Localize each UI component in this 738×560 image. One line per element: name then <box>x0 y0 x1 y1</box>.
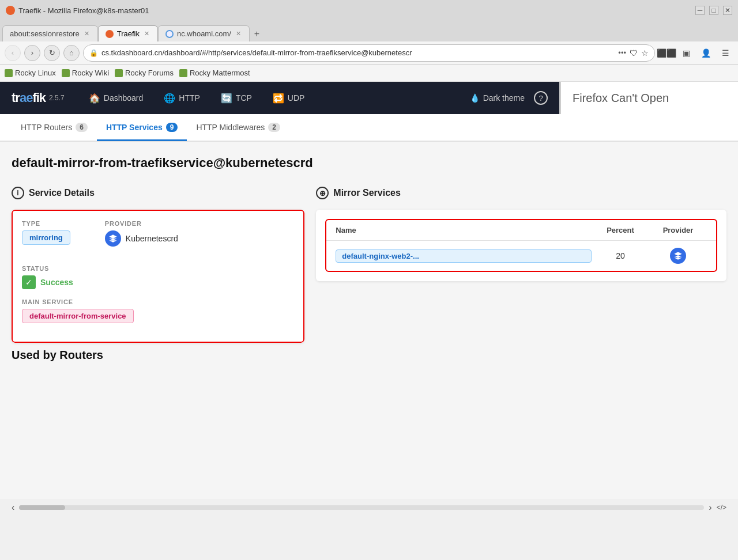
tab-session[interactable]: about:sessionrestore ✕ <box>2 25 98 41</box>
nav-label: TCP <box>236 93 252 103</box>
page-title: default-mirror-from-traefikservice@kuber… <box>12 156 726 171</box>
mirror-services-title: Mirror Services <box>333 188 401 198</box>
title-bar: Traefik - Mozilla Firefox@k8s-master01 ─… <box>0 0 738 21</box>
theme-icon: 💧 <box>470 93 480 103</box>
status-row: ✓ Success <box>22 275 294 289</box>
mirror-table: Name Percent Provider default-nginx-web2… <box>325 219 717 272</box>
new-tab-button[interactable]: + <box>250 27 264 41</box>
scroll-left[interactable]: ‹ <box>12 502 14 513</box>
nav-http[interactable]: 🌐 HTTP <box>153 82 210 114</box>
nav-label: HTTP <box>179 93 200 103</box>
status-label: STATUS <box>22 265 294 272</box>
col-percent: Percent <box>592 226 649 234</box>
provider-row: Kubernetescrd <box>105 230 178 247</box>
traefik-version: 2.5.7 <box>49 94 65 102</box>
udp-icon: 🔁 <box>273 93 284 104</box>
browser-favicon <box>6 6 15 15</box>
bookmark-label: Rocky Mattermost <box>190 69 250 77</box>
status-success-icon: ✓ <box>22 275 36 289</box>
bookmarks-bar: Rocky Linux Rocky Wiki Rocky Forums Rock… <box>0 65 738 82</box>
provider-label: PROVIDER <box>105 220 178 227</box>
lock-icon: 🔒 <box>89 49 98 57</box>
nav-label: Dashboard <box>104 93 144 103</box>
account-icon[interactable]: 👤 <box>698 45 714 61</box>
bookmark-label: Rocky Wiki <box>72 69 109 77</box>
mirror-services-header: ⊕ Mirror Services <box>316 187 726 199</box>
tab-traefik[interactable]: Traefik ✕ <box>98 25 158 41</box>
dark-theme-button[interactable]: 💧 Dark theme <box>470 93 525 103</box>
tabs-bar: about:sessionrestore ✕ Traefik ✕ nc.whoa… <box>0 21 738 41</box>
firefox-error-panel: Firefox Can't Open <box>559 82 738 114</box>
status-value: Success <box>40 278 73 287</box>
url-bar[interactable]: 🔒 cs.tkdashboard.cn/dashboard/#/http/ser… <box>83 44 655 62</box>
url-text: cs.tkdashboard.cn/dashboard/#/http/servi… <box>101 48 615 57</box>
main-service-label: MAIN SERVICE <box>22 298 294 305</box>
bookmark-rocky-wiki[interactable]: Rocky Wiki <box>62 69 109 77</box>
traefik-logo: traefik <box>12 90 46 105</box>
sub-nav-routers[interactable]: HTTP Routers 6 <box>12 115 97 141</box>
mirror-table-row: default-nginx-web2-... 20 <box>326 241 716 271</box>
tcp-icon: 🔄 <box>221 93 232 104</box>
bookmark-label: Rocky Forums <box>125 69 174 77</box>
bookmark-rocky-forums[interactable]: Rocky Forums <box>115 69 174 77</box>
sub-nav-middlewares[interactable]: HTTP Middlewares 2 <box>187 115 289 141</box>
tabs-icon[interactable]: ▣ <box>678 45 694 61</box>
close-button[interactable]: ✕ <box>723 6 732 15</box>
home-icon: 🏠 <box>89 93 100 104</box>
scroll-thumb <box>19 505 65 510</box>
tab-close[interactable]: ✕ <box>83 30 91 37</box>
bookmark-rocky-linux[interactable]: Rocky Linux <box>5 69 56 77</box>
col-name: Name <box>336 226 592 234</box>
sub-nav-label: HTTP Services <box>106 123 163 132</box>
tab-favicon <box>165 30 174 38</box>
tab-favicon <box>106 30 114 38</box>
bookmark-icon <box>179 69 187 77</box>
nav-tcp[interactable]: 🔄 TCP <box>210 82 262 114</box>
provider-name: Kubernetescrd <box>126 234 178 243</box>
menu-icon[interactable]: ☰ <box>717 45 733 61</box>
scroll-track[interactable] <box>19 505 704 510</box>
col-provider: Provider <box>649 226 707 234</box>
tab-nc[interactable]: nc.whoami.com/ ✕ <box>158 25 250 41</box>
nav-dashboard[interactable]: 🏠 Dashboard <box>78 82 154 114</box>
routers-badge: 6 <box>76 123 88 132</box>
service-details-title: Service Details <box>29 188 95 198</box>
nav-bar: ‹ › ↻ ⌂ 🔒 cs.tkdashboard.cn/dashboard/#/… <box>0 41 738 65</box>
collections-icon[interactable]: ⬛⬛ <box>658 45 675 61</box>
help-label: ? <box>539 94 543 103</box>
browser-title: Traefik - Mozilla Firefox@k8s-master01 <box>18 6 149 15</box>
minimize-button[interactable]: ─ <box>695 6 705 15</box>
forward-button[interactable]: › <box>24 45 40 61</box>
home-button[interactable]: ⌂ <box>63 45 80 61</box>
code-icon: </> <box>717 504 726 512</box>
back-button[interactable]: ‹ <box>5 45 21 61</box>
sub-nav-label: HTTP Routers <box>21 123 72 132</box>
service-details-header: i Service Details <box>12 187 304 199</box>
tab-close[interactable]: ✕ <box>235 30 242 37</box>
type-value: mirroring <box>22 230 70 245</box>
mirror-service-percent: 20 <box>592 251 649 260</box>
mirror-service-name[interactable]: default-nginx-web2-... <box>336 249 592 263</box>
tab-close[interactable]: ✕ <box>143 30 150 37</box>
services-badge: 9 <box>166 123 178 132</box>
main-content: default-mirror-from-traefikservice@kuber… <box>0 142 738 499</box>
bookmark-label: Rocky Linux <box>15 69 56 77</box>
middlewares-badge: 2 <box>268 123 280 132</box>
type-label: TYPE <box>22 220 70 227</box>
mirror-provider-cell <box>649 248 707 264</box>
tab-label: nc.whoami.com/ <box>177 29 231 38</box>
traefik-nav: traefik 2.5.7 🏠 Dashboard 🌐 HTTP 🔄 TCP 🔁… <box>0 82 559 114</box>
url-dots: ••• <box>618 48 626 57</box>
maximize-button[interactable]: □ <box>709 6 718 15</box>
mirror-globe-icon: ⊕ <box>316 187 329 199</box>
nav-udp[interactable]: 🔁 UDP <box>262 82 315 114</box>
scroll-right[interactable]: › <box>709 502 711 513</box>
sub-nav-services[interactable]: HTTP Services 9 <box>97 115 187 141</box>
reload-button[interactable]: ↻ <box>44 45 60 61</box>
star-icon[interactable]: ☆ <box>641 48 649 58</box>
used-by-title: Used by Routers <box>12 349 726 362</box>
bookmark-icon <box>62 69 70 77</box>
bookmark-icon <box>5 69 13 77</box>
help-button[interactable]: ? <box>534 91 548 105</box>
bookmark-rocky-mattermost[interactable]: Rocky Mattermost <box>179 69 250 77</box>
